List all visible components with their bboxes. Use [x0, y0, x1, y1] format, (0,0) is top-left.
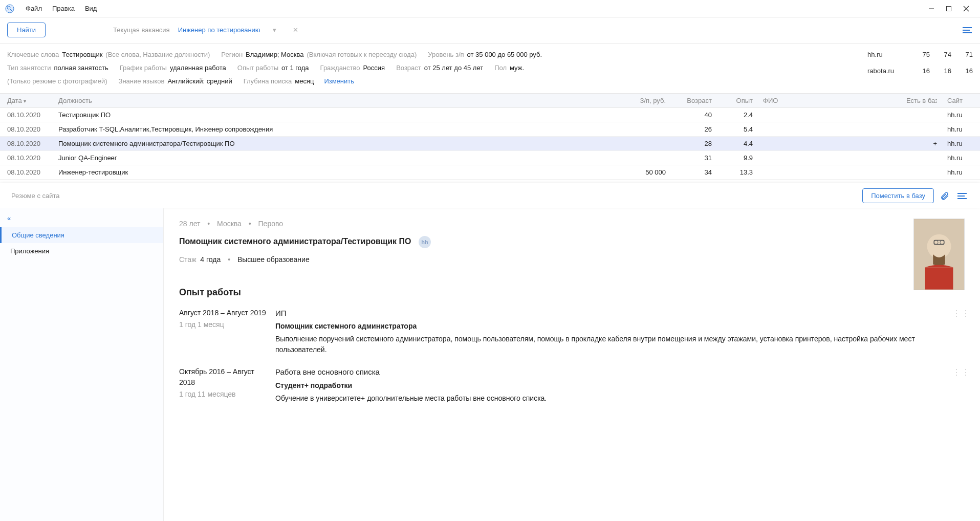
cell-position: Помощник системного администратора/Тести… — [58, 140, 615, 147]
resume-bar: Резюме с сайта Поместить в базу — [0, 183, 980, 208]
cell-site: hh.ru — [937, 168, 973, 176]
chevron-down-icon[interactable]: ▾ — [269, 26, 280, 34]
results-table[interactable]: 08.10.2020Тестировщик ПО402.4hh.ru08.10.… — [0, 108, 980, 183]
cell-site: hh.ru — [937, 140, 973, 147]
cell-inbase — [906, 168, 937, 176]
filter-lang-value: Английский: средний — [167, 75, 232, 88]
cell-site: hh.ru — [937, 154, 973, 162]
filter-citz-value: Россия — [363, 61, 385, 75]
filter-exp-label: Опыт работы — [237, 61, 278, 75]
filter-lang-label: Знание языков — [119, 75, 165, 88]
attachment-icon[interactable] — [938, 189, 951, 203]
filter-emp-label: Тип занятости — [7, 61, 51, 75]
cell-date: 08.10.2020 — [7, 154, 58, 162]
job-desc: Выполнение поручений системного админист… — [275, 334, 943, 355]
find-button[interactable]: Найти — [7, 23, 46, 37]
svg-point-14 — [927, 234, 951, 258]
experience-item: Август 2018 – Август 20191 год 1 месяцИП… — [179, 308, 965, 356]
col-fio[interactable]: ФИО — [753, 97, 906, 104]
site-counts: hh.ru 75 74 71 rabota.ru 16 16 16 — [867, 48, 973, 78]
resume-menu-icon[interactable] — [955, 189, 969, 203]
table-row[interactable]: 08.10.2020Разработчик T-SQL,Аналитик,Тес… — [0, 122, 980, 137]
add-to-base-button[interactable]: Поместить в базу — [862, 188, 934, 203]
table-row[interactable]: 08.10.2020Тестировщик ПО402.4hh.ru — [0, 108, 980, 122]
history-back-icon[interactable]: « — [7, 214, 11, 222]
filter-depth-label: Глубина поиска — [244, 75, 292, 88]
filter-age-label: Возраст — [396, 61, 421, 75]
filter-keywords-value: Тестировщик — [62, 48, 102, 61]
cell-fio — [753, 140, 906, 147]
filter-sched-value: удаленная работа — [170, 61, 226, 75]
col-exp[interactable]: Опыт — [712, 97, 753, 104]
nav-attachments[interactable]: Приложения — [0, 243, 163, 259]
menu-file[interactable]: Файл — [20, 3, 47, 14]
cell-exp: 2.4 — [712, 111, 753, 119]
col-age[interactable]: Возраст — [666, 97, 712, 104]
cell-exp: 4.4 — [712, 140, 753, 147]
filter-keywords-label: Ключевые слова — [7, 48, 59, 61]
menu-edit[interactable]: Правка — [47, 3, 80, 14]
cell-salary: 50 000 — [615, 168, 666, 176]
site-count: 16 — [933, 64, 951, 78]
filter-region-hint: (Включая готовых к переезду сюда) — [307, 48, 417, 61]
table-row[interactable]: 08.10.2020Помощник системного администра… — [0, 137, 980, 151]
cell-date: 08.10.2020 — [7, 125, 58, 133]
drag-handle-icon[interactable]: ⋮⋮ — [952, 366, 965, 404]
site-name: hh.ru — [867, 48, 908, 61]
nav-general[interactable]: Общие сведения — [0, 227, 163, 243]
current-vacancy-label: Текущая вакансия — [113, 26, 170, 34]
job-org: Работа вне основного списка — [275, 366, 943, 378]
site-count: 75 — [911, 48, 930, 61]
col-site[interactable]: Сайт — [937, 97, 973, 104]
filter-region-label: Регион — [221, 48, 243, 61]
current-vacancy-link[interactable]: Инженер по тестированию — [178, 26, 260, 34]
col-salary[interactable]: З/п, руб. — [615, 97, 666, 104]
cell-site: hh.ru — [937, 125, 973, 133]
menu-view[interactable]: Вид — [80, 3, 102, 14]
filter-sched-label: График работы — [120, 61, 167, 75]
cell-age: 34 — [666, 168, 712, 176]
cell-salary — [615, 111, 666, 119]
drag-handle-icon[interactable]: ⋮⋮ — [952, 308, 965, 356]
resume-title: Помощник системного администратора/Тести… — [179, 237, 411, 246]
job-position: Помощник системного администратора — [275, 321, 943, 332]
job-duration: 1 год 11 месяцев — [179, 389, 266, 400]
job-duration: 1 год 1 месяц — [179, 319, 266, 330]
svg-rect-4 — [947, 6, 951, 11]
site-name: rabota.ru — [867, 64, 908, 78]
cell-date: 08.10.2020 — [7, 140, 58, 147]
filter-summary: Ключевые слова Тестировщик (Все слова, Н… — [0, 44, 980, 94]
col-inbase[interactable]: Есть в базе — [906, 97, 937, 104]
stazh-label: Стаж — [179, 255, 197, 264]
filter-photo-only: (Только резюме с фотографией) — [7, 75, 107, 88]
maximize-icon[interactable] — [940, 1, 957, 16]
candidate-age: 28 лет — [179, 220, 200, 228]
education: Высшее образование — [237, 255, 310, 264]
job-period: Октябрь 2016 – Август 2018 — [179, 366, 266, 388]
svg-rect-18 — [925, 267, 953, 289]
cell-exp: 13.3 — [712, 168, 753, 176]
filter-salary-value: от 35 000 до 65 000 руб. — [467, 48, 542, 61]
clear-vacancy-icon[interactable]: ✕ — [289, 26, 302, 34]
edit-filters-link[interactable]: Изменить — [324, 75, 354, 88]
col-date[interactable]: Дата — [7, 97, 58, 104]
filter-sex-value: муж. — [510, 61, 524, 75]
site-count: 16 — [911, 64, 930, 78]
cell-age: 28 — [666, 140, 712, 147]
table-row[interactable]: 08.10.2020Инженер-тестировщик50 0003413.… — [0, 165, 980, 180]
cell-position: Инженер-тестировщик — [58, 168, 615, 176]
col-position[interactable]: Должность — [58, 97, 615, 104]
filter-keywords-hint: (Все слова, Название должности) — [105, 48, 210, 61]
minimize-icon[interactable] — [923, 1, 940, 16]
cell-fio — [753, 168, 906, 176]
table-row[interactable]: 08.10.2020Junior QA-Engineer319.9hh.ru — [0, 151, 980, 165]
cell-age: 31 — [666, 154, 712, 162]
close-icon[interactable] — [957, 1, 975, 16]
candidate-photo — [913, 219, 965, 290]
toolbar-menu-icon[interactable] — [962, 26, 973, 34]
source-badge-icon: hh — [419, 236, 431, 248]
cell-date: 08.10.2020 — [7, 168, 58, 176]
table-header: Дата Должность З/п, руб. Возраст Опыт ФИ… — [0, 94, 980, 108]
cell-fio — [753, 125, 906, 133]
job-org: ИП — [275, 308, 943, 319]
